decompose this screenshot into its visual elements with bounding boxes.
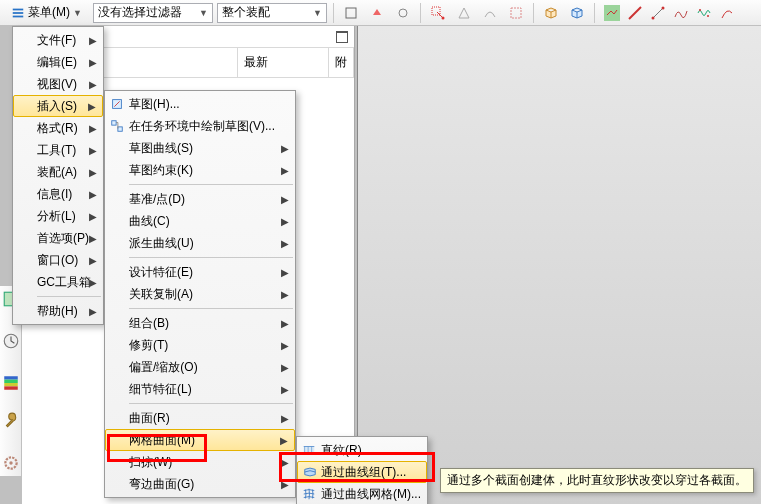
menu-item-8[interactable]: 分析(L)▶ xyxy=(13,205,103,227)
submenu-item[interactable]: 弯边曲面(G)▶ xyxy=(105,473,295,495)
submenu-item[interactable]: 网格曲面(M)▶ xyxy=(105,429,295,451)
submenu-item[interactable]: 细节特征(L)▶ xyxy=(105,378,295,400)
dropdown-arrow-icon: ▼ xyxy=(73,8,82,18)
insert-submenu: 草图(H)...在任务环境中绘制草图(V)...草图曲线(S)▶草图约束(K)▶… xyxy=(104,90,296,498)
svg-point-4 xyxy=(399,9,407,17)
submenu-item[interactable]: 直纹(R)... xyxy=(297,439,427,461)
submenu-item[interactable]: 通过曲线网格(M)... xyxy=(297,483,427,504)
curves-icon xyxy=(302,464,318,480)
dropdown-arrow-icon: ▼ xyxy=(313,8,322,18)
svg-point-6 xyxy=(441,16,444,19)
point-tool[interactable] xyxy=(453,2,475,24)
ruled-icon xyxy=(301,442,317,458)
submenu-item[interactable]: 修剪(T)▶ xyxy=(105,334,295,356)
svg-rect-23 xyxy=(118,127,122,131)
assembly-combo[interactable]: 整个装配 ▼ xyxy=(217,3,327,23)
svg-point-9 xyxy=(651,16,654,19)
svg-point-11 xyxy=(699,9,701,11)
rect-select-tool[interactable] xyxy=(505,2,527,24)
curve-tool-2[interactable] xyxy=(716,2,738,24)
menu-item-6[interactable]: 装配(A)▶ xyxy=(13,161,103,183)
submenu-item[interactable]: 草图约束(K)▶ xyxy=(105,159,295,181)
menu-item-1[interactable]: 编辑(E)▶ xyxy=(13,51,103,73)
menu-item-3[interactable]: 插入(S)▶ xyxy=(13,95,103,117)
svg-rect-16 xyxy=(4,380,18,383)
cube-tool-2[interactable] xyxy=(566,2,588,24)
filter-tool-3[interactable] xyxy=(392,2,414,24)
svg-rect-2 xyxy=(13,15,24,17)
svg-point-20 xyxy=(9,461,12,464)
menu-item-4[interactable]: 格式(R)▶ xyxy=(13,117,103,139)
menu-item-2[interactable]: 视图(V)▶ xyxy=(13,73,103,95)
main-menu-button[interactable]: 菜单(M) ▼ xyxy=(4,2,89,24)
top-toolbar: 菜单(M) ▼ 没有选择过滤器 ▼ 整个装配 ▼ xyxy=(0,0,761,26)
filter-tool-1[interactable] xyxy=(340,2,362,24)
submenu-item[interactable]: 关联复制(A)▶ xyxy=(105,283,295,305)
wave-tool[interactable] xyxy=(693,2,715,24)
arc-tool[interactable] xyxy=(647,2,669,24)
menu-item-5[interactable]: 工具(T)▶ xyxy=(13,139,103,161)
main-menu-dropdown: 文件(F)▶编辑(E)▶视图(V)▶插入(S)▶格式(R)▶工具(T)▶装配(A… xyxy=(12,26,104,325)
mesh-surface-submenu: 直纹(R)...通过曲线组(T)...通过曲线网格(M)... xyxy=(296,436,428,504)
clock-icon[interactable] xyxy=(2,332,20,350)
menu-item-10[interactable]: 窗口(O)▶ xyxy=(13,249,103,271)
svg-rect-24 xyxy=(304,447,315,454)
separator xyxy=(420,3,421,23)
svg-rect-1 xyxy=(13,12,24,14)
submenu-item[interactable]: 扫掠(W)▶ xyxy=(105,451,295,473)
line-tool[interactable] xyxy=(624,2,646,24)
filter-combo-value: 没有选择过滤器 xyxy=(98,4,182,21)
separator xyxy=(333,3,334,23)
svg-rect-18 xyxy=(4,386,18,389)
task-sketch-icon xyxy=(109,118,125,134)
settings-icon[interactable] xyxy=(2,454,20,472)
graph-tool-1[interactable] xyxy=(601,2,623,24)
svg-point-10 xyxy=(661,6,664,9)
main-menu-label: 菜单(M) xyxy=(28,4,70,21)
menu-item-11[interactable]: GC工具箱▶ xyxy=(13,271,103,293)
sketch-icon xyxy=(109,96,125,112)
menu-item-7[interactable]: 信息(I)▶ xyxy=(13,183,103,205)
svg-rect-22 xyxy=(112,121,116,125)
svg-rect-15 xyxy=(4,376,18,379)
submenu-item[interactable]: 基准/点(D)▶ xyxy=(105,188,295,210)
column-attach[interactable]: 附 xyxy=(329,48,354,77)
submenu-item[interactable]: 曲线(C)▶ xyxy=(105,210,295,232)
submenu-item[interactable]: 组合(B)▶ xyxy=(105,312,295,334)
wrench-icon[interactable] xyxy=(2,412,20,430)
submenu-item[interactable]: 草图(H)... xyxy=(105,93,295,115)
svg-rect-8 xyxy=(604,5,620,21)
column-newest[interactable]: 最新 xyxy=(238,48,329,77)
3d-viewport[interactable] xyxy=(357,26,761,504)
submenu-item[interactable]: 在任务环境中绘制草图(V)... xyxy=(105,115,295,137)
maximize-icon[interactable] xyxy=(336,31,348,43)
gradient-icon[interactable] xyxy=(2,374,20,392)
submenu-item[interactable]: 偏置/缩放(O)▶ xyxy=(105,356,295,378)
filter-combo[interactable]: 没有选择过滤器 ▼ xyxy=(93,3,213,23)
dropdown-arrow-icon: ▼ xyxy=(199,8,208,18)
mesh-icon xyxy=(301,486,317,502)
spline-tool[interactable] xyxy=(670,2,692,24)
svg-rect-7 xyxy=(511,8,521,18)
svg-point-12 xyxy=(707,15,709,17)
svg-rect-0 xyxy=(13,8,24,10)
filter-tool-2[interactable] xyxy=(366,2,388,24)
menu-item-9[interactable]: 首选项(P)▶ xyxy=(13,227,103,249)
submenu-item[interactable]: 设计特征(E)▶ xyxy=(105,261,295,283)
submenu-item[interactable]: 曲面(R)▶ xyxy=(105,407,295,429)
select-tool[interactable] xyxy=(427,2,449,24)
svg-rect-17 xyxy=(4,383,18,386)
menu-item-12[interactable]: 帮助(H)▶ xyxy=(13,300,103,322)
separator xyxy=(533,3,534,23)
cube-tool-1[interactable] xyxy=(540,2,562,24)
separator xyxy=(594,3,595,23)
tooltip: 通过多个截面创建体，此时直纹形状改变以穿过各截面。 xyxy=(440,468,754,493)
submenu-item[interactable]: 草图曲线(S)▶ xyxy=(105,137,295,159)
svg-rect-3 xyxy=(346,8,356,18)
submenu-item[interactable]: 派生曲线(U)▶ xyxy=(105,232,295,254)
submenu-item[interactable]: 通过曲线组(T)... xyxy=(297,461,427,483)
curve-tool[interactable] xyxy=(479,2,501,24)
assembly-combo-value: 整个装配 xyxy=(222,4,270,21)
menu-item-0[interactable]: 文件(F)▶ xyxy=(13,29,103,51)
